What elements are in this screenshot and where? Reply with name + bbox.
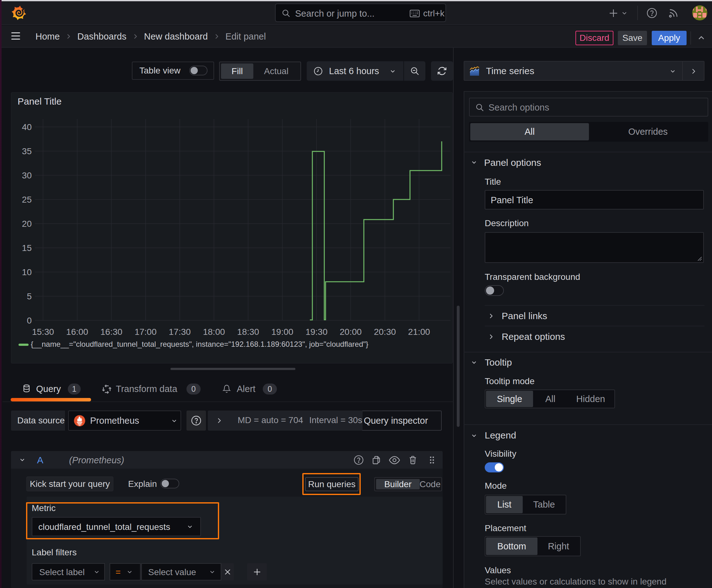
svg-text:19:00: 19:00 [271, 327, 293, 337]
svg-text:0: 0 [27, 316, 32, 326]
svg-text:20:30: 20:30 [374, 327, 396, 337]
svg-text:20: 20 [22, 219, 32, 229]
svg-text:35: 35 [22, 146, 32, 156]
svg-text:21:00: 21:00 [408, 327, 430, 337]
svg-text:17:30: 17:30 [169, 327, 191, 337]
svg-text:15:30: 15:30 [32, 327, 54, 337]
svg-text:5: 5 [27, 292, 32, 301]
svg-text:15: 15 [22, 243, 32, 253]
svg-text:16:30: 16:30 [101, 327, 123, 337]
svg-text:20:00: 20:00 [340, 327, 362, 337]
svg-text:10: 10 [22, 267, 32, 277]
svg-text:25: 25 [22, 195, 32, 205]
svg-text:18:30: 18:30 [237, 327, 259, 337]
svg-text:19:30: 19:30 [305, 327, 327, 337]
svg-text:30: 30 [22, 171, 32, 180]
svg-text:18:00: 18:00 [203, 327, 225, 337]
svg-text:40: 40 [22, 122, 32, 132]
svg-text:16:00: 16:00 [66, 327, 88, 337]
svg-text:17:00: 17:00 [135, 327, 157, 337]
